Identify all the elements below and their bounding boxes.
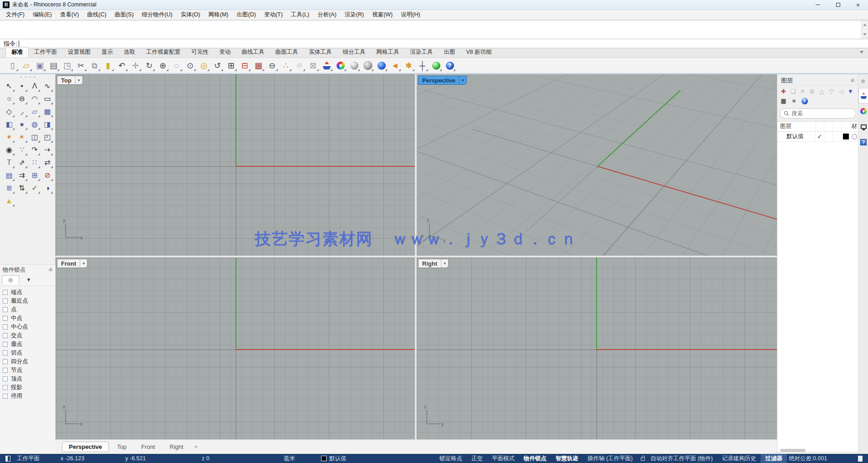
auto-cplane-toggle[interactable]: 自动对齐工作平面 (物件)	[646, 455, 717, 463]
osnap-tangent[interactable]: 切点	[3, 349, 56, 357]
shaded-view-icon[interactable]	[321, 59, 333, 72]
sphere-gray-icon[interactable]	[348, 59, 360, 72]
menu-help[interactable]: 说明(H)	[397, 10, 424, 20]
osnap-intersection[interactable]: 交点	[3, 331, 56, 340]
viewport-right[interactable]: Right ▾ z y	[417, 257, 777, 442]
chevron-down-icon[interactable]: ▾	[459, 76, 466, 84]
menu-file[interactable]: 文件(F)	[2, 10, 29, 20]
lock-icon[interactable]: ⊠	[307, 59, 319, 72]
trim-icon[interactable]: ◫	[28, 131, 41, 144]
osnap-perpendicular[interactable]: 垂点	[3, 340, 56, 349]
cplane-indicator-icon[interactable]	[5, 456, 10, 462]
checkbox[interactable]	[3, 359, 8, 364]
viewport-top[interactable]: Top ▾ y x	[56, 74, 415, 256]
viewport-layout-icon[interactable]: ⊞	[225, 59, 237, 72]
sphere-icon[interactable]: ●	[15, 118, 28, 131]
polyline-icon[interactable]: Λ	[28, 80, 41, 93]
horizontal-scrollbar-thumb[interactable]	[780, 449, 806, 452]
grid-view-icon[interactable]: ▦	[779, 97, 788, 105]
split-icon[interactable]: ◰	[41, 131, 54, 144]
align-icon[interactable]: ⇉	[15, 169, 28, 182]
layer-name[interactable]: 默认值	[777, 133, 815, 140]
cplane-icon[interactable]: ⊖	[266, 59, 278, 72]
scroll-down-icon[interactable]	[863, 33, 867, 37]
minimize-button[interactable]	[808, 0, 828, 10]
isocurve-icon[interactable]: ≣	[3, 182, 15, 195]
pipe-icon[interactable]: ⊘	[41, 169, 54, 182]
checkbox[interactable]	[3, 324, 8, 329]
move-left-icon[interactable]: ◁	[837, 87, 845, 96]
viewport-right-label[interactable]: Right ▾	[418, 259, 449, 268]
menu-transform[interactable]: 变动(T)	[260, 10, 287, 20]
vtab-perspective[interactable]: Perspective	[62, 442, 109, 452]
tab-display[interactable]: 显示	[96, 47, 118, 57]
gumball-icon[interactable]: ┼	[416, 59, 429, 72]
gear-icon[interactable]: ✱	[858, 74, 868, 88]
osnap-toggle[interactable]: 物件锁点	[519, 455, 551, 463]
filter-toggle[interactable]: 过滤器	[761, 454, 787, 463]
panel-toggle-icon[interactable]	[858, 456, 863, 462]
tab-set-view[interactable]: 设置视图	[62, 47, 96, 57]
osnap-end[interactable]: 端点	[3, 288, 56, 297]
checkbox[interactable]	[3, 350, 8, 355]
undo-icon[interactable]: ↶	[116, 59, 128, 72]
direction-icon[interactable]: ⇅	[15, 182, 28, 195]
new-sublayer-icon[interactable]: ❏	[789, 87, 797, 96]
surface-edit-icon[interactable]: ▤	[3, 169, 15, 182]
menu-edit[interactable]: 编辑(E)	[29, 10, 56, 20]
menu-subd[interactable]: 细分物件(U)	[138, 10, 176, 20]
surface-3pt-icon[interactable]: ▱	[28, 105, 41, 118]
analyze-icon[interactable]: ◑	[41, 182, 54, 195]
array-icon[interactable]: ∷	[28, 156, 41, 169]
viewport-perspective[interactable]: Perspective ▾ z y x	[417, 74, 777, 256]
grid-options-icon[interactable]: ▦	[252, 59, 265, 72]
tab-viewport-layout[interactable]: 工作视窗配置	[141, 47, 186, 57]
checkbox[interactable]	[3, 290, 8, 295]
point-icon[interactable]: •	[15, 80, 28, 93]
cplane-selector[interactable]: 工作平面	[15, 455, 59, 463]
explode-icon[interactable]: ✶	[3, 131, 15, 144]
fillet-curve-icon[interactable]: ◞	[15, 105, 28, 118]
viewport-front[interactable]: Front ▾ z x	[56, 257, 415, 442]
tab-render-tools[interactable]: 渲染工具	[405, 47, 439, 57]
toolbar-overflow-icon[interactable]	[860, 51, 863, 55]
lightbulb-icon[interactable]: ⌾	[293, 59, 306, 72]
checkbox[interactable]	[3, 394, 8, 399]
help-icon[interactable]: ?	[444, 59, 456, 72]
sphere-grid-icon[interactable]	[362, 59, 374, 72]
checkbox[interactable]	[3, 385, 8, 390]
gumball-toggle[interactable]: 操作轴 (工作平面)	[583, 455, 637, 463]
gear-icon[interactable]: ✱	[850, 77, 855, 84]
menu-solid[interactable]: 实体(O)	[177, 10, 204, 20]
print-icon[interactable]: ▤	[47, 59, 60, 72]
chevron-down-icon[interactable]: ▾	[75, 76, 82, 84]
menu-surface[interactable]: 曲面(S)	[111, 10, 138, 20]
vtab-add[interactable]: +	[192, 442, 201, 452]
checkbox[interactable]	[3, 368, 8, 373]
current-layer-check-icon[interactable]: ✓	[815, 132, 824, 141]
tab-curve-tools[interactable]: 曲线工具	[236, 47, 270, 57]
menu-view[interactable]: 查看(V)	[56, 10, 83, 20]
circle-icon[interactable]: ○	[3, 93, 15, 105]
curve-icon[interactable]: ∿	[41, 80, 54, 93]
cone-icon[interactable]: ▲	[3, 195, 15, 207]
pan-hand-icon[interactable]: ✛	[129, 59, 142, 72]
tab-transform[interactable]: 变动	[214, 47, 236, 57]
blast-icon[interactable]: ✴	[15, 131, 28, 144]
osnap-project[interactable]: 投影	[3, 383, 56, 392]
gear-icon[interactable]: ✱	[403, 59, 415, 72]
ortho-toggle[interactable]: 正交	[467, 455, 487, 463]
checkbox[interactable]	[3, 342, 8, 347]
filter-tab[interactable]: ▼	[20, 275, 37, 284]
notification-icon[interactable]: ◄	[389, 59, 401, 72]
command-scrollbar[interactable]	[861, 21, 868, 39]
sphere-blue-icon[interactable]	[375, 59, 388, 72]
osnap-center[interactable]: 中心点	[3, 323, 56, 331]
new-file-icon[interactable]: ▯	[6, 59, 19, 72]
layer-help-icon[interactable]: ?	[800, 97, 809, 105]
tab-drafting[interactable]: 出图	[439, 47, 461, 57]
palette-grip[interactable]	[19, 75, 37, 79]
blend-curve-icon[interactable]: ↷	[28, 144, 41, 156]
rotate-view-icon[interactable]: ↻	[143, 59, 155, 72]
layer-color-swatch[interactable]	[843, 134, 849, 139]
